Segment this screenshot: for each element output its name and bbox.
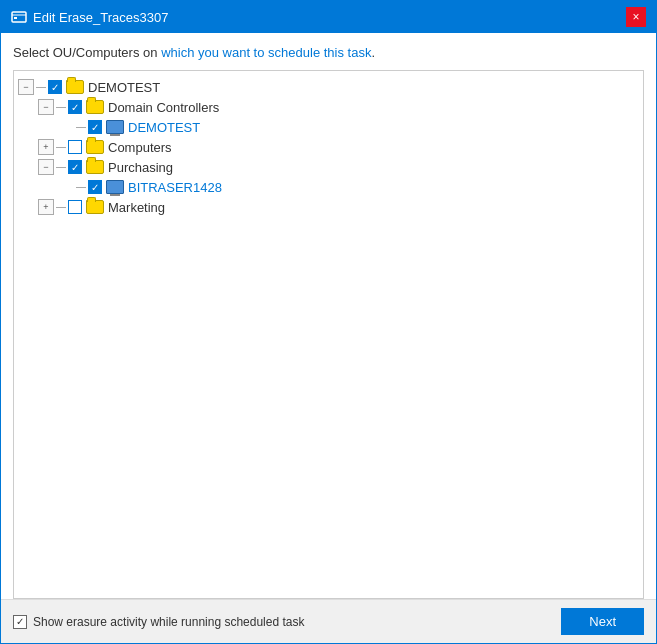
expand-purchasing[interactable]: − [38,159,54,175]
show-erasure-checkbox[interactable]: ✓ [13,615,27,629]
tree-node-demotest-computer[interactable]: ✓ DEMOTEST [18,117,639,137]
label-marketing: Marketing [108,200,165,215]
close-button[interactable]: × [626,7,646,27]
expand-marketing[interactable]: + [38,199,54,215]
main-window: Edit Erase_Traces3307 × Select OU/Comput… [0,0,657,644]
title-bar-left: Edit Erase_Traces3307 [11,9,168,25]
title-bar: Edit Erase_Traces3307 × [1,1,656,33]
spacer [58,119,74,135]
tree-container: − ✓ DEMOTEST − ✓ Domain Controllers [13,70,644,599]
connector [76,127,86,128]
show-erasure-label: Show erasure activity while running sche… [33,615,304,629]
expand-domain-controllers[interactable]: − [38,99,54,115]
tree-node-bitraser1428[interactable]: ✓ BITRASER1428 [18,177,639,197]
checkbox-bitraser1428[interactable]: ✓ [88,180,102,194]
label-purchasing: Purchasing [108,160,173,175]
expand-demotest-root[interactable]: − [18,79,34,95]
tree-node-demotest-root[interactable]: − ✓ DEMOTEST [18,77,639,97]
computer-icon-demotest [105,119,125,135]
computer-icon-bitraser [105,179,125,195]
connector [56,107,66,108]
instruction-text-end: . [371,45,375,60]
connector [76,187,86,188]
instruction-text-highlight: which you want to schedule this task [161,45,371,60]
tree-node-computers[interactable]: + Computers [18,137,639,157]
label-bitraser1428: BITRASER1428 [128,180,222,195]
checkbox-computers[interactable] [68,140,82,154]
label-computers: Computers [108,140,172,155]
next-button[interactable]: Next [561,608,644,635]
folder-icon-marketing [85,199,105,215]
folder-icon-purchasing [85,159,105,175]
tree-node-domain-controllers[interactable]: − ✓ Domain Controllers [18,97,639,117]
folder-icon-demotest-root [65,79,85,95]
footer: ✓ Show erasure activity while running sc… [1,599,656,643]
spacer [58,179,74,195]
checkbox-demotest-root[interactable]: ✓ [48,80,62,94]
window-title: Edit Erase_Traces3307 [33,10,168,25]
checkbox-marketing[interactable] [68,200,82,214]
connector [56,147,66,148]
expand-computers[interactable]: + [38,139,54,155]
checkbox-domain-controllers[interactable]: ✓ [68,100,82,114]
label-demotest-computer: DEMOTEST [128,120,200,135]
svg-rect-2 [14,17,17,19]
folder-icon-domain-controllers [85,99,105,115]
tree-node-purchasing[interactable]: − ✓ Purchasing [18,157,639,177]
instruction-text: Select OU/Computers on which you want to… [13,45,644,60]
checkbox-purchasing[interactable]: ✓ [68,160,82,174]
instruction-text-start: Select OU/Computers on [13,45,161,60]
main-content: Select OU/Computers on which you want to… [1,33,656,599]
checkbox-demotest-computer[interactable]: ✓ [88,120,102,134]
connector [56,207,66,208]
footer-left: ✓ Show erasure activity while running sc… [13,615,304,629]
folder-icon-computers [85,139,105,155]
connector [36,87,46,88]
label-domain-controllers: Domain Controllers [108,100,219,115]
connector [56,167,66,168]
window-icon [11,9,27,25]
tree-node-marketing[interactable]: + Marketing [18,197,639,217]
label-demotest-root: DEMOTEST [88,80,160,95]
